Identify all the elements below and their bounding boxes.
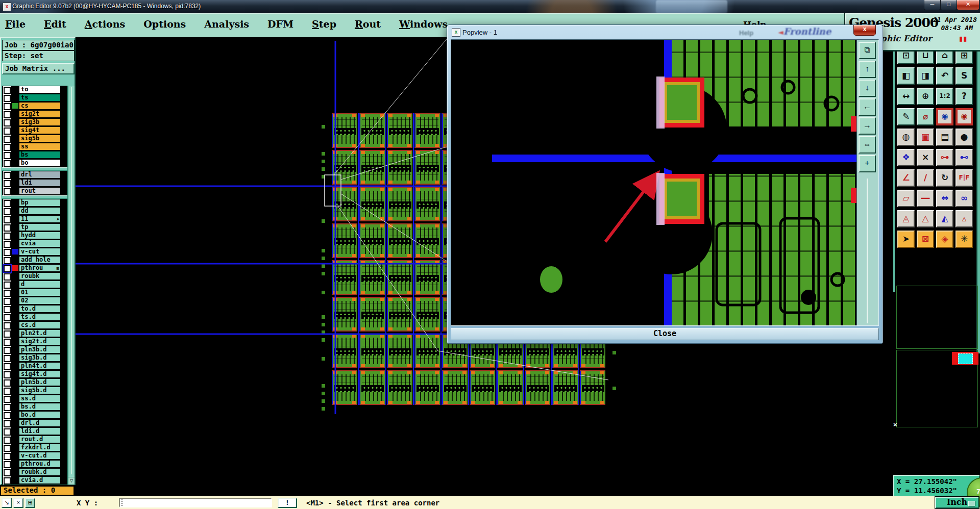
layer-name[interactable]: ss [19,143,61,150]
layer-name[interactable]: bo [19,159,61,167]
layer-checkbox[interactable] [4,330,11,338]
layer-name[interactable]: sig2t.d [19,338,61,345]
layer-row-add_hole[interactable]: add_hole [2,256,67,264]
layer-checkbox[interactable] [4,428,11,436]
layer-name[interactable]: v-cut [19,248,61,256]
previous-view-button[interactable]: ↶ [936,67,953,85]
layer-checkbox[interactable] [4,224,11,232]
layer-checkbox[interactable] [4,95,11,102]
menu-item-options[interactable]: Options [143,18,186,30]
layer-name[interactable]: pln5b.d [19,378,61,386]
layer-row-cvia[interactable]: cvia [2,240,67,248]
layer-checkbox[interactable] [4,363,11,370]
net-compare-b-button[interactable]: ◉ [955,108,973,125]
layer-name[interactable]: sig5b.d [19,387,61,394]
layer-checkbox[interactable] [4,371,11,378]
layer-name[interactable]: rout [19,187,61,195]
help-button[interactable]: ? [955,88,973,105]
layer-name[interactable]: pthrou⊞ [19,264,61,272]
layer-checkbox[interactable] [4,257,11,264]
menu-item-step[interactable]: Step [312,18,336,30]
layer-checkbox[interactable] [4,306,11,313]
layer-checkbox[interactable] [4,379,11,387]
layer-row-ldi[interactable]: ldi [2,179,67,187]
layer-row-ldi.d[interactable]: ldi.d [2,427,67,436]
layer-name[interactable]: cs.d [19,321,61,329]
layer-checkbox[interactable] [4,265,11,272]
layer-checkbox[interactable] [4,208,11,215]
dfm-triangle-4-button[interactable]: ▵ [955,210,973,227]
job-matrix-button[interactable]: Job Matrix ... [2,63,75,74]
route-to-pad-button[interactable]: ⊷ [955,149,973,166]
layer-row-roubk.d[interactable]: roubk.d [2,468,67,476]
layer-name[interactable]: dd [19,207,61,215]
net-compare-a-button[interactable]: ◉ [936,108,953,125]
layer-row-drl[interactable]: drl [2,171,67,179]
fit-width-button[interactable]: ↔ [897,88,915,105]
layer-row-pln2t.d[interactable]: pln2t.d [2,329,67,338]
layer-row-fzkdrl.d[interactable]: fzkdrl.d [2,444,67,452]
edit-tools-button[interactable]: ✎ [897,108,915,125]
popview-dialog[interactable]: x Popview - 1 Help ◄Frontline x [447,24,883,344]
menu-item-dfm[interactable]: DFM [267,18,293,30]
layer-row-v-cut[interactable]: v-cut [2,248,67,256]
layer-row-bs[interactable]: bs [2,151,67,159]
layer-name[interactable]: sig3b [19,118,61,126]
layer-checkbox[interactable] [4,461,11,468]
layer-checkbox[interactable] [4,128,11,135]
layer-checkbox[interactable] [4,216,11,223]
layer-row-hydd[interactable]: hydd [2,232,67,240]
layer-row-bo.d[interactable]: bo.d [2,411,67,419]
maximize-button[interactable]: □ [940,0,957,10]
layer-row-v-cut.d[interactable]: v-cut.d [2,452,67,460]
menu-item-edit[interactable]: Edit [44,18,66,30]
layer-row-sig3b.d[interactable]: sig3b.d [2,354,67,362]
select-inside-box-button[interactable]: ⊠ [917,231,934,248]
layer-checkbox[interactable] [4,445,11,452]
layer-checkbox[interactable] [4,103,11,110]
layer-checkbox[interactable] [4,290,11,297]
select-inside-poly-button[interactable]: ◈ [936,231,953,248]
layer-name[interactable]: cs [19,102,61,110]
layer-name[interactable]: v-cut.d [19,452,61,460]
mirror-button[interactable]: F|F [955,169,973,187]
layer-checkbox[interactable] [4,172,11,179]
layer-row-01[interactable]: 01 [2,289,67,297]
pv-pan-down-button[interactable]: ↓ [859,80,876,97]
layer-checkbox[interactable] [4,314,11,321]
layer-row-bo[interactable]: bo [2,159,67,167]
dfm-triangle-1-button[interactable]: ◬ [897,210,915,227]
layer-name[interactable]: tp [19,223,61,231]
pv-copy-view-button[interactable]: ⧉ [859,42,876,59]
layer-row-sig4t.d[interactable]: sig4t.d [2,370,67,378]
layer-name[interactable]: sig2t [19,110,61,118]
menu-item-windows[interactable]: Windows [399,18,448,30]
layer-name[interactable]: bp [19,199,61,207]
layer-checkbox[interactable] [4,477,11,485]
layer-row-pthrou.d[interactable]: pthrou.d [2,460,67,468]
layer-name[interactable]: sig4t.d [19,370,61,378]
layer-row-sig2t[interactable]: sig2t [2,110,67,118]
layer-name[interactable]: ts.d [19,313,61,321]
layer-row-sig2t.d[interactable]: sig2t.d [2,338,67,346]
delete-object-button[interactable]: × [917,149,934,166]
pv-pan-left-button[interactable]: ← [859,98,876,116]
layer-checkbox[interactable] [4,136,11,143]
layer-row-ss.d[interactable]: ss.d [2,395,67,403]
popview-close-button[interactable]: Close [451,328,879,340]
layer-name[interactable]: 01 [19,289,61,296]
layer-checkbox[interactable] [4,282,11,289]
layer-checkbox[interactable] [4,388,11,395]
layer-checkbox[interactable] [4,412,11,419]
link-pads-button[interactable]: ∞ [955,190,973,207]
pan-right-button[interactable]: ◨ [917,67,934,85]
layer-name[interactable]: cvia.d [19,476,61,484]
net-nodes-button[interactable]: ❖ [897,149,915,166]
layer-name[interactable]: add_hole [19,256,61,264]
measure-off-button[interactable]: ⌀ [917,108,934,125]
layer-checkbox[interactable] [4,437,11,444]
scroll-down-button[interactable]: ▽ [68,477,75,485]
layer-checkbox[interactable] [4,87,11,94]
menu-item-analysis[interactable]: Analysis [204,18,249,30]
layer-checkbox[interactable] [4,339,11,346]
